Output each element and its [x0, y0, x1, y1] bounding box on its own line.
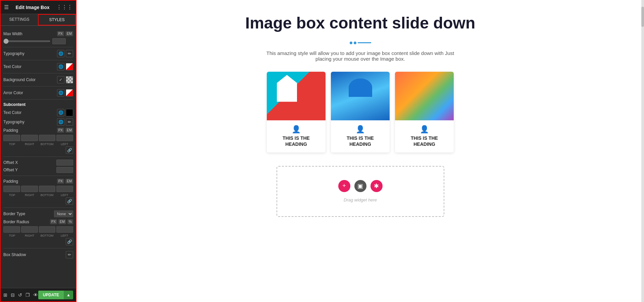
- padding1-left[interactable]: [56, 135, 73, 141]
- dz-box-button[interactable]: ▣: [354, 180, 366, 192]
- padding2-left[interactable]: [56, 186, 73, 192]
- bottom-history-icon[interactable]: ↺: [18, 292, 22, 298]
- box-shadow-label: Box Shadow: [3, 252, 26, 257]
- subcontent-typography-row: Typography 🌐 ✏: [3, 118, 73, 126]
- dz-add-button[interactable]: +: [338, 180, 350, 192]
- border-radius-left[interactable]: [56, 226, 73, 233]
- cards-row: 👤 THIS IS THE HEADING 👤 THIS IS THE HEAD…: [87, 72, 634, 153]
- max-width-slider[interactable]: [3, 41, 50, 42]
- card-1: 👤 THIS IS THE HEADING: [267, 72, 326, 153]
- box-shadow-edit-btn[interactable]: ✏: [66, 251, 73, 258]
- padding2-em-btn[interactable]: EM: [65, 179, 73, 184]
- padding2-px-btn[interactable]: PX: [57, 179, 64, 184]
- text-color-swatch[interactable]: [66, 63, 73, 70]
- padding1-labels: TOP RIGHT BOTTOM LEFT: [3, 142, 73, 146]
- dz-star-button[interactable]: ✱: [370, 180, 383, 192]
- tab-styles[interactable]: STYLES: [38, 14, 76, 25]
- border-radius-right[interactable]: [21, 226, 38, 233]
- bg-color-label: Background Color: [3, 77, 36, 82]
- border-type-select[interactable]: None: [54, 210, 73, 217]
- max-width-controls: PX EM: [57, 31, 73, 36]
- right-scrollbar-thumb[interactable]: [641, 7, 644, 27]
- text-color-label: Text Color: [3, 64, 21, 69]
- bottom-bar: ⊞ ⊟ ↺ ❐ 👁 UPDATE ▲: [1, 288, 76, 301]
- subcontent-text-color-label: Text Color: [3, 110, 21, 115]
- bg-color-row: Background Color ✓: [3, 76, 73, 83]
- padding2-label: Padding: [3, 179, 18, 184]
- subcontent-label: Subcontent: [3, 102, 73, 107]
- padding2-top[interactable]: [3, 186, 20, 192]
- card-3-icon: 👤: [398, 125, 450, 134]
- hamburger-icon[interactable]: ☰: [4, 4, 9, 10]
- bottom-hide-icon[interactable]: 👁: [33, 292, 38, 298]
- em-unit-btn[interactable]: EM: [65, 31, 73, 36]
- subcontent-typography-edit-btn[interactable]: ✏: [66, 118, 73, 126]
- bottom-icons: ⊞ ⊟ ↺ ❐ 👁: [3, 292, 38, 298]
- padding2-row: Padding PX EM: [3, 179, 73, 184]
- bottom-copy-icon[interactable]: ❐: [26, 292, 30, 298]
- border-radius-row: Border Radius PX EM %: [3, 219, 73, 224]
- offset-x-row: Offset X 0: [3, 160, 73, 166]
- border-radius-px-btn[interactable]: PX: [50, 219, 57, 224]
- panel-content: Max Width PX EM Typography 🌐 ✏ Text Colo…: [1, 26, 76, 288]
- max-width-input[interactable]: [52, 38, 66, 44]
- border-radius-em-btn[interactable]: EM: [58, 219, 66, 224]
- subcontent-text-color-swatch[interactable]: [66, 109, 73, 116]
- bottom-layers-icon[interactable]: ⊞: [3, 292, 7, 298]
- offset-x-input[interactable]: 0: [56, 160, 73, 166]
- grid-icon[interactable]: ⋮⋮⋮: [56, 4, 72, 10]
- text-color-row: Text Color 🌐: [3, 63, 73, 70]
- arror-color-global-btn[interactable]: 🌐: [57, 89, 64, 97]
- drop-zone-buttons: + ▣ ✱: [284, 180, 437, 192]
- typography-global-btn[interactable]: 🌐: [57, 50, 64, 57]
- divider-line: [358, 42, 371, 43]
- content-divider-dots: [350, 42, 371, 44]
- border-type-label: Border Type: [3, 212, 25, 216]
- update-arrow-button[interactable]: ▲: [64, 291, 73, 299]
- border-radius-top[interactable]: [3, 226, 20, 233]
- subcontent-typography-global-btn[interactable]: 🌐: [57, 118, 64, 126]
- padding1-top[interactable]: [3, 135, 20, 141]
- padding1-link-btn[interactable]: 🔗: [66, 146, 73, 154]
- offset-x-label: Offset X: [3, 160, 18, 165]
- typography-label: Typography: [3, 51, 24, 56]
- card-2-image: [331, 72, 390, 120]
- card-1-icon: 👤: [270, 125, 322, 134]
- border-radius-labels: TOP RIGHT BOTTOM LEFT: [3, 234, 73, 237]
- padding2-right[interactable]: [21, 186, 38, 192]
- padding1-px-btn[interactable]: PX: [57, 128, 64, 133]
- padding2-bottom[interactable]: [39, 186, 56, 192]
- bottom-stack-icon[interactable]: ⊟: [11, 292, 15, 298]
- subcontent-text-color-global-btn[interactable]: 🌐: [57, 109, 64, 116]
- bg-color-check-btn[interactable]: ✓: [57, 76, 64, 83]
- arror-color-swatch[interactable]: [66, 89, 73, 97]
- padding1-row: Padding PX EM: [3, 128, 73, 133]
- border-radius-bottom[interactable]: [39, 226, 56, 233]
- tab-settings[interactable]: SETTINGS: [1, 14, 38, 25]
- card-1-image: [267, 72, 326, 120]
- card-3: 👤 THIS IS THE HEADING: [395, 72, 454, 153]
- text-color-global-btn[interactable]: 🌐: [57, 63, 64, 70]
- arror-color-row: Arror Color 🌐: [3, 89, 73, 97]
- padding1-bottom[interactable]: [39, 135, 56, 141]
- padding1-right[interactable]: [21, 135, 38, 141]
- padding2-link-btn[interactable]: 🔗: [66, 197, 73, 205]
- divider-dot1: [350, 42, 352, 44]
- border-radius-link-btn[interactable]: 🔗: [66, 238, 73, 245]
- padding1-grid: [3, 135, 73, 141]
- padding2-grid: [3, 186, 73, 192]
- bg-color-swatch[interactable]: [66, 76, 73, 83]
- right-scrollbar[interactable]: [641, 0, 644, 302]
- update-button[interactable]: UPDATE: [38, 291, 64, 299]
- subcontent-typography-label: Typography: [3, 120, 24, 124]
- offset-y-row: Offset Y 10: [3, 167, 73, 173]
- border-radius-pct-btn[interactable]: %: [67, 219, 73, 224]
- padding1-em-btn[interactable]: EM: [65, 128, 73, 133]
- typography-edit-btn[interactable]: ✏: [66, 50, 73, 57]
- card-1-body: 👤 THIS IS THE HEADING: [267, 120, 326, 153]
- offset-y-label: Offset Y: [3, 168, 18, 172]
- offset-y-input[interactable]: 10: [56, 167, 73, 173]
- content-divider-wrap: [87, 40, 634, 46]
- px-unit-btn[interactable]: PX: [57, 31, 64, 36]
- max-width-row: Max Width PX EM: [3, 31, 73, 36]
